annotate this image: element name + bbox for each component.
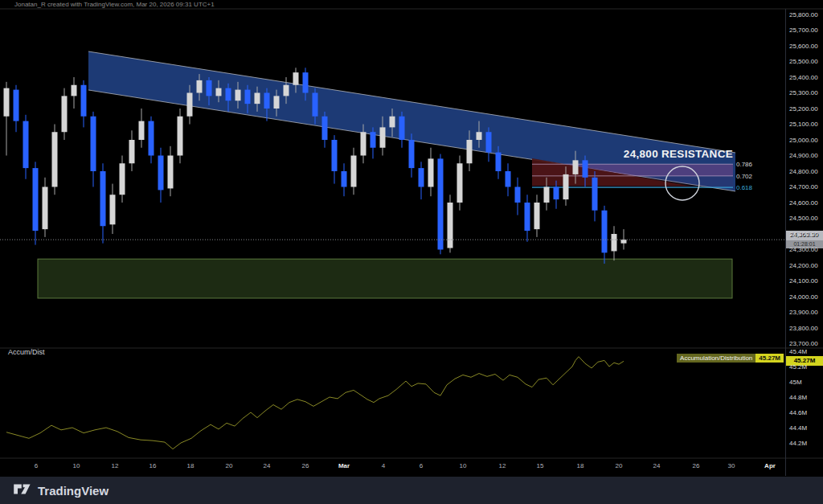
- indicator-axis-label: 45M: [789, 379, 802, 386]
- candle: [457, 156, 463, 211]
- candle: [371, 127, 376, 158]
- price-axis-label: 25,700.00: [789, 27, 818, 34]
- candle: [81, 80, 87, 127]
- price-axis-label: 25,300.00: [789, 89, 818, 96]
- candle: [100, 163, 106, 243]
- time-axis-label: 30: [728, 462, 735, 469]
- candle: [448, 195, 453, 252]
- tradingview-logo-icon[interactable]: [13, 481, 32, 500]
- price-axis-label: 24,300.00: [789, 246, 818, 253]
- time-axis-label: 18: [577, 462, 584, 469]
- price-axis-label: 24,000.00: [789, 293, 818, 301]
- candle: [43, 178, 48, 237]
- time-axis-label: 15: [537, 462, 544, 469]
- time-axis-label: 12: [112, 462, 119, 469]
- price-axis-label: 25,800.00: [789, 11, 818, 18]
- indicator-axis-label: 44.6M: [789, 409, 807, 416]
- candle: [525, 195, 530, 242]
- price-axis-label: 25,600.00: [789, 43, 818, 50]
- price-axis-label: 23,900.00: [789, 309, 818, 316]
- candle: [322, 112, 328, 148]
- indicator-axis-label: 44.8M: [789, 394, 807, 401]
- indicator-name-label: Accumulation/Distribution: [677, 354, 755, 363]
- candle: [486, 127, 492, 162]
- time-axis-label: Apr: [764, 462, 776, 469]
- time-axis-label: 4: [382, 462, 385, 469]
- time-axis-label: 20: [226, 462, 233, 469]
- price-axis-label: 24,700.00: [789, 183, 818, 191]
- time-axis-label: 6: [420, 462, 423, 469]
- price-axis-label: 23,700.00: [789, 340, 818, 347]
- candle: [419, 162, 424, 199]
- candle: [139, 109, 145, 148]
- resistance-label: 24,800 RESISTANCE: [563, 148, 733, 160]
- candle: [110, 184, 116, 234]
- candle: [351, 148, 357, 195]
- fib-label-0.786: 0.786: [736, 161, 752, 168]
- candle: [612, 226, 617, 260]
- price-axis-label: 24,500.00: [789, 215, 818, 222]
- price-axis-label: 24,100.00: [789, 277, 818, 285]
- time-axis-label: 10: [460, 462, 467, 469]
- candle: [534, 195, 540, 237]
- candle: [592, 171, 598, 221]
- candle: [506, 163, 511, 196]
- time-axis-label: 18: [187, 462, 194, 469]
- candle: [168, 146, 174, 196]
- tradingview-chart-snapshot: Jonatan_R created with TradingView.com, …: [0, 0, 823, 504]
- indicator-axis-label: 44.4M: [789, 424, 807, 432]
- candle: [149, 117, 154, 164]
- candle: [602, 206, 608, 264]
- indicator-value-label: 45.27M: [755, 354, 784, 363]
- candle: [158, 148, 164, 203]
- indicator-axis-label: 45.4M: [789, 348, 807, 355]
- time-axis-label: 26: [302, 462, 309, 469]
- price-axis-label: 24,200.00: [789, 262, 818, 269]
- price-axis-label: 24,400.00: [789, 231, 818, 238]
- candle: [332, 135, 338, 183]
- support-zone[interactable]: [38, 259, 732, 298]
- fib-label-0.702: 0.702: [736, 173, 752, 180]
- candle: [399, 112, 405, 148]
- candle: [515, 178, 521, 215]
- price-axis-label: 25,400.00: [789, 74, 818, 81]
- tradingview-brand: TradingView: [38, 484, 109, 498]
- price-axis-label: 24,600.00: [789, 199, 818, 207]
- time-axis-label: 16: [149, 462, 157, 469]
- candle: [438, 154, 444, 255]
- candle: [62, 88, 68, 140]
- indicator-axis-label: 44.2M: [789, 440, 807, 447]
- time-axis-label: 24: [653, 462, 661, 469]
- time-axis-label: 24: [264, 462, 271, 469]
- price-chart-canvas[interactable]: [0, 0, 823, 504]
- candle: [129, 130, 135, 171]
- candle: [91, 112, 96, 187]
- indicator-title: Accum/Dist: [8, 348, 45, 356]
- accum-dist-line[interactable]: [6, 357, 624, 449]
- time-axis-label: Mar: [338, 462, 350, 469]
- time-axis-label: 26: [693, 462, 700, 469]
- candle: [409, 133, 415, 178]
- candle: [428, 148, 434, 196]
- indicator-floating-label: Accumulation/Distribution 45.27M: [677, 354, 784, 363]
- candle: [23, 115, 29, 179]
- candle: [4, 82, 10, 156]
- price-axis-label: 25,000.00: [789, 137, 818, 144]
- time-axis-label: 10: [73, 462, 80, 469]
- candle: [120, 156, 125, 203]
- candle: [72, 77, 77, 109]
- footer-bar: TradingView: [0, 477, 823, 504]
- price-axis-label: 25,100.00: [789, 121, 818, 128]
- price-axis-label: 24,800.00: [789, 168, 818, 175]
- candle: [14, 85, 19, 133]
- candle: [178, 109, 183, 163]
- time-axis-label: 20: [616, 462, 623, 469]
- fib-label-0.618: 0.618: [736, 184, 752, 191]
- price-axis-label: 25,200.00: [789, 105, 818, 113]
- price-axis-label: 25,500.00: [789, 58, 818, 65]
- time-axis-label: 12: [499, 462, 506, 469]
- candle: [621, 229, 627, 249]
- time-axis-label: 6: [35, 462, 38, 469]
- candle: [52, 125, 58, 195]
- price-axis-label: 23,800.00: [789, 325, 818, 332]
